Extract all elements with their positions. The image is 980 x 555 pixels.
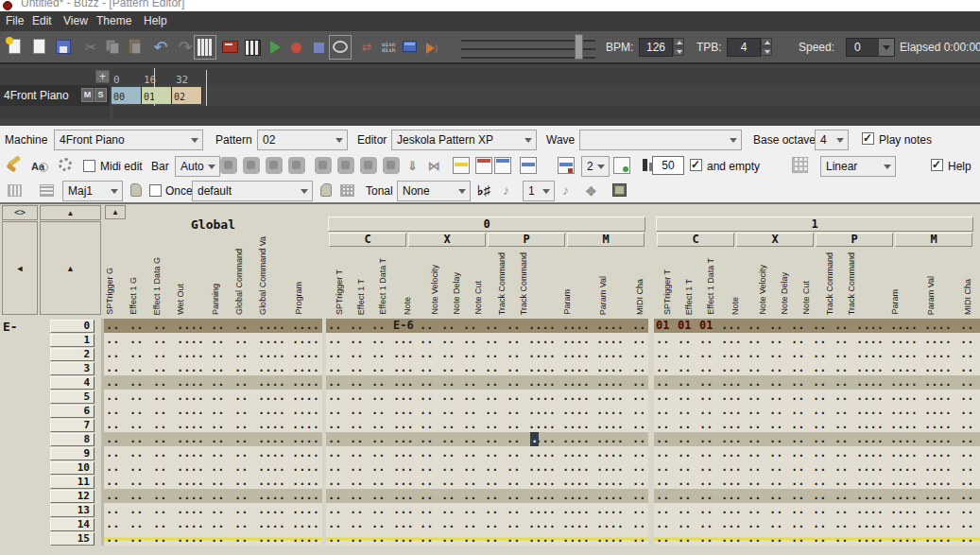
pattern-empty-cell[interactable]: .. <box>153 475 166 489</box>
pattern-empty-cell[interactable]: .. <box>485 361 498 375</box>
pattern-empty-cell[interactable]: .. <box>813 361 826 375</box>
pattern-empty-cell[interactable]: .. <box>699 460 713 475</box>
pattern-empty-cell[interactable]: .... <box>562 404 590 418</box>
pattern-empty-cell[interactable]: .. <box>211 503 224 517</box>
pattern-empty-cell[interactable]: .. <box>106 333 119 347</box>
pattern-empty-cell[interactable]: .. <box>129 390 143 404</box>
pattern-empty-cell[interactable]: .. <box>328 489 341 503</box>
pattern-empty-cell[interactable]: .. <box>813 531 826 546</box>
pattern-empty-cell[interactable]: .... <box>856 418 884 432</box>
row-number-14[interactable]: 14 <box>50 518 95 531</box>
pattern-empty-cell[interactable]: .... <box>596 418 624 432</box>
pattern-empty-cell[interactable]: .. <box>350 503 363 517</box>
pattern-empty-cell[interactable]: .. <box>485 446 498 460</box>
pattern-empty-cell[interactable]: .... <box>177 319 204 333</box>
pattern-empty-cell[interactable]: .... <box>856 319 884 333</box>
pattern-empty-cell[interactable]: .. <box>371 319 385 333</box>
up-scroll-panel[interactable]: ▲ <box>40 221 101 315</box>
pattern-empty-cell[interactable]: .... <box>924 361 952 375</box>
insert-count-combo[interactable]: 2 <box>581 156 610 177</box>
pattern-empty-cell[interactable]: .. <box>420 375 433 390</box>
pattern-empty-cell[interactable]: .. <box>791 375 804 390</box>
pattern-empty-cell[interactable]: .... <box>528 446 556 460</box>
note-up-icon[interactable]: ♪ <box>562 182 569 198</box>
track-1-sub-M[interactable]: M <box>895 233 972 247</box>
pattern-empty-cell[interactable]: ... <box>393 503 414 517</box>
pattern-empty-cell[interactable]: .... <box>177 333 204 347</box>
pattern-empty-cell[interactable]: .. <box>678 390 691 404</box>
pattern-empty-cell[interactable]: .. <box>769 503 782 517</box>
pattern-empty-cell[interactable]: .. <box>211 531 224 546</box>
pattern-empty-cell[interactable]: .. <box>813 418 826 432</box>
pattern-empty-cell[interactable]: .. <box>371 489 385 503</box>
pattern-empty-cell[interactable]: .... <box>596 432 624 446</box>
pattern-empty-cell[interactable]: .. <box>813 432 826 446</box>
tpb-input[interactable]: 4 <box>727 38 761 57</box>
pattern-empty-cell[interactable]: .. <box>234 432 248 446</box>
pattern-empty-cell[interactable]: .... <box>856 390 884 404</box>
note-down-icon[interactable]: ♪ <box>503 182 509 198</box>
pattern-empty-cell[interactable]: .. <box>420 489 433 503</box>
add-track-button[interactable]: + <box>95 70 110 83</box>
row-number-9[interactable]: 9 <box>50 447 95 460</box>
pattern-empty-cell[interactable]: .... <box>292 319 319 333</box>
machine-combo[interactable]: 4Front Piano <box>54 130 203 150</box>
pattern-empty-cell[interactable]: .... <box>596 347 624 361</box>
pattern-empty-cell[interactable]: .. <box>960 333 973 347</box>
pattern-empty-cell[interactable]: .... <box>924 489 952 503</box>
pattern-empty-cell[interactable]: .. <box>791 517 804 531</box>
machines-view-icon[interactable] <box>194 35 216 60</box>
pattern-empty-cell[interactable]: .... <box>596 475 624 489</box>
pattern-empty-cell[interactable]: .. <box>485 333 498 347</box>
editor-combo[interactable]: Jeskola Pattern XP <box>391 130 537 150</box>
pattern-empty-cell[interactable]: .... <box>177 517 204 531</box>
pattern-empty-cell[interactable]: .. <box>350 390 363 404</box>
pattern-empty-cell[interactable]: .. <box>441 390 455 404</box>
pattern-empty-cell[interactable]: .. <box>632 361 645 375</box>
pattern-empty-cell[interactable]: .. <box>834 446 848 460</box>
pattern-empty-cell[interactable]: .. <box>485 319 498 333</box>
pattern-empty-cell[interactable]: .. <box>153 319 166 333</box>
pattern-empty-cell[interactable]: .... <box>177 531 204 546</box>
pattern-empty-cell[interactable]: .. <box>371 432 385 446</box>
pattern-empty-cell[interactable]: .. <box>234 418 248 432</box>
pattern-empty-cell[interactable]: .. <box>748 531 761 546</box>
pattern-empty-cell[interactable]: .... <box>890 475 918 489</box>
dlsn-icon[interactable]: oisndish <box>380 37 399 58</box>
pattern-empty-cell[interactable]: .... <box>856 503 884 517</box>
pattern-empty-cell[interactable]: .. <box>699 489 713 503</box>
pattern-empty-cell[interactable]: .. <box>834 531 848 546</box>
sort-down-icon[interactable]: ⇓ <box>407 157 424 174</box>
pattern-empty-cell[interactable]: .... <box>258 347 285 361</box>
pattern-empty-cell[interactable]: .. <box>656 503 669 517</box>
sequencer-ruler[interactable]: 01632 <box>0 68 980 85</box>
pattern-empty-cell[interactable]: .. <box>234 404 248 418</box>
pattern-empty-cell[interactable]: .. <box>632 404 645 418</box>
pattern-empty-cell[interactable]: .. <box>463 361 476 375</box>
pattern-empty-cell[interactable]: .. <box>211 375 224 390</box>
tool-icon-1[interactable] <box>220 157 237 174</box>
pattern-empty-cell[interactable]: .. <box>463 475 476 489</box>
pattern-empty-cell[interactable]: .. <box>748 460 761 475</box>
pattern-empty-cell[interactable]: .. <box>211 347 224 361</box>
pattern-empty-cell[interactable]: .. <box>129 347 143 361</box>
pattern-empty-cell[interactable]: .. <box>813 375 826 390</box>
pattern-empty-cell[interactable]: .. <box>632 432 645 446</box>
row-number-0[interactable]: 0 <box>50 320 95 333</box>
row-number-12[interactable]: 12 <box>50 490 95 503</box>
pattern-empty-cell[interactable]: .. <box>328 404 341 418</box>
wavetable-icon[interactable] <box>244 37 263 58</box>
pattern-empty-cell[interactable]: .... <box>562 475 590 489</box>
pattern-empty-cell[interactable]: .... <box>292 432 319 446</box>
pattern-empty-cell[interactable]: .. <box>678 418 691 432</box>
pattern-empty-cell[interactable]: .. <box>748 361 761 375</box>
pattern-empty-cell[interactable]: ... <box>393 489 414 503</box>
pattern-empty-cell[interactable]: .. <box>699 347 713 361</box>
pattern-empty-cell[interactable]: .. <box>420 418 433 432</box>
pattern-empty-cell[interactable]: .. <box>129 517 143 531</box>
pattern-empty-cell[interactable]: .. <box>834 375 848 390</box>
track-1-header[interactable]: 1 <box>656 217 973 232</box>
pattern-empty-cell[interactable]: .... <box>177 347 204 361</box>
pattern-empty-cell[interactable]: .. <box>485 375 498 390</box>
swap-icon[interactable]: ✥ <box>586 182 603 199</box>
